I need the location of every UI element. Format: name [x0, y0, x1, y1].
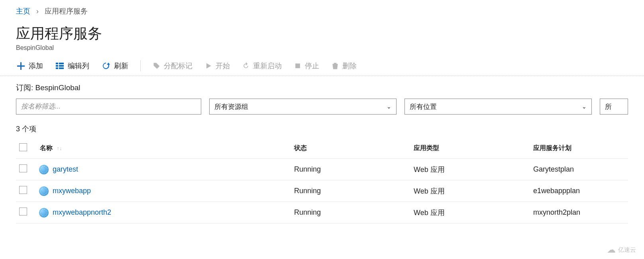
filters-row: 所有资源组 ⌄ 所有位置 ⌄ 所	[0, 95, 644, 115]
plan-cell: mxynorth2plan	[530, 202, 628, 223]
col-name-label: 名称	[40, 144, 53, 151]
row-checkbox[interactable]	[19, 164, 27, 172]
resource-group-value: 所有资源组	[214, 102, 248, 111]
play-icon	[204, 62, 212, 70]
resource-group-dropdown[interactable]: 所有资源组 ⌄	[209, 99, 397, 115]
status-cell: Running	[291, 202, 410, 223]
webapp-icon	[39, 165, 49, 174]
app-name-link[interactable]: mxywebapp	[53, 186, 91, 194]
svg-rect-3	[59, 65, 64, 67]
svg-rect-5	[59, 67, 64, 69]
assign-tags-label: 分配标记	[164, 61, 192, 71]
page-subtitle: BespinGlobal	[16, 44, 628, 51]
breadcrumb: 主页 › 应用程序服务	[0, 0, 644, 20]
breadcrumb-home[interactable]: 主页	[16, 7, 30, 15]
more-filter-dropdown[interactable]: 所	[600, 99, 628, 115]
app-name-link[interactable]: mxywebappnorth2	[53, 208, 111, 216]
refresh-button[interactable]: 刷新	[101, 61, 128, 71]
svg-rect-1	[59, 63, 64, 64]
add-label: 添加	[29, 61, 43, 71]
subscription-label: 订阅	[16, 83, 31, 92]
trash-icon	[331, 62, 339, 70]
webapp-icon	[39, 208, 49, 217]
more-filter-value: 所	[605, 102, 612, 111]
stop-label: 停止	[305, 61, 319, 71]
item-count: 3 个项	[0, 115, 644, 135]
name-filter-input[interactable]	[16, 99, 201, 115]
refresh-icon	[101, 61, 111, 71]
stop-icon	[294, 62, 302, 70]
assign-tags-button: 分配标记	[153, 61, 192, 71]
row-checkbox[interactable]	[19, 208, 27, 216]
status-cell: Running	[291, 159, 410, 180]
subscription-value: BespinGlobal	[35, 83, 80, 92]
table-row[interactable]: garytestRunningWeb 应用Garytestplan	[16, 159, 628, 180]
delete-label: 删除	[342, 61, 357, 71]
row-checkbox[interactable]	[19, 186, 27, 194]
svg-rect-4	[56, 67, 58, 69]
refresh-label: 刷新	[114, 61, 128, 71]
type-cell: Web 应用	[410, 202, 530, 223]
plus-icon	[16, 61, 26, 71]
svg-rect-0	[56, 63, 58, 64]
toolbar-divider	[140, 60, 141, 71]
breadcrumb-separator: ›	[36, 7, 39, 15]
restart-label: 重新启动	[253, 61, 282, 71]
table-row[interactable]: mxywebappRunningWeb 应用e1webappplan	[16, 180, 628, 202]
restart-icon	[242, 62, 250, 70]
breadcrumb-current: 应用程序服务	[45, 7, 88, 15]
page-header: 应用程序服务 BespinGlobal	[0, 24, 644, 56]
table-row[interactable]: mxywebappnorth2RunningWeb 应用mxynorth2pla…	[16, 202, 628, 223]
webapp-icon	[39, 186, 49, 196]
chevron-down-icon: ⌄	[387, 103, 391, 110]
start-label: 开始	[216, 61, 230, 71]
col-header-name[interactable]: 名称 ↑↓	[36, 138, 291, 159]
plan-cell: e1webappplan	[530, 180, 628, 202]
edit-columns-button[interactable]: 编辑列	[55, 61, 89, 71]
svg-rect-2	[56, 65, 58, 67]
type-cell: Web 应用	[410, 180, 530, 202]
start-button: 开始	[204, 61, 230, 71]
delete-button: 删除	[331, 61, 357, 71]
col-header-status[interactable]: 状态	[291, 138, 410, 159]
status-cell: Running	[291, 180, 410, 202]
edit-columns-label: 编辑列	[68, 61, 89, 71]
apps-table: 名称 ↑↓ 状态 应用类型 应用服务计划 garytestRunningWeb …	[16, 138, 628, 223]
location-dropdown[interactable]: 所有位置 ⌄	[404, 99, 592, 115]
restart-button: 重新启动	[242, 61, 282, 71]
sort-icon: ↑↓	[57, 145, 62, 151]
type-cell: Web 应用	[410, 159, 530, 180]
page-title: 应用程序服务	[16, 24, 628, 43]
stop-button: 停止	[294, 61, 319, 71]
select-all-checkbox[interactable]	[19, 143, 27, 151]
chevron-down-icon: ⌄	[582, 103, 587, 110]
svg-rect-6	[295, 63, 300, 68]
col-header-plan[interactable]: 应用服务计划	[530, 138, 628, 159]
add-button[interactable]: 添加	[16, 61, 43, 71]
col-header-type[interactable]: 应用类型	[410, 138, 530, 159]
location-value: 所有位置	[410, 102, 437, 111]
columns-icon	[55, 61, 65, 71]
tag-icon	[153, 62, 161, 70]
toolbar: 添加 编辑列 刷新 分配标记 开始 重新启动 停止	[0, 56, 644, 76]
plan-cell: Garytestplan	[530, 159, 628, 180]
subscription-line: 订阅: BespinGlobal	[0, 76, 644, 95]
app-name-link[interactable]: garytest	[53, 165, 78, 173]
